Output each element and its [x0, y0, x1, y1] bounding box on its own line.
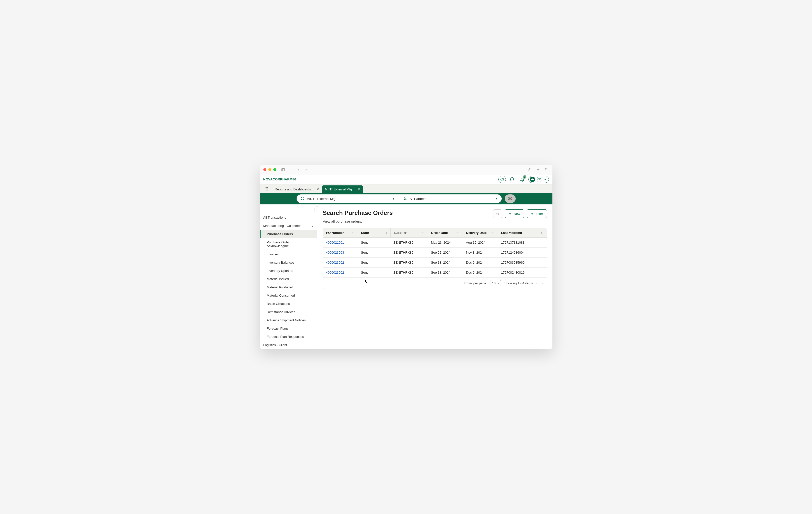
context-bar: MINT - External Mfg ▼ All Partners ▼ GO: [260, 193, 552, 204]
scope-selector[interactable]: MINT - External Mfg ▼: [297, 194, 399, 203]
purchase-orders-table: PO Number↑↓ State↑↓ Supplier↑↓ Order Dat…: [323, 228, 547, 289]
new-tab-icon[interactable]: [536, 168, 541, 172]
nav-inventory-balances[interactable]: Inventory Balances: [260, 259, 317, 267]
help-icon[interactable]: [498, 176, 506, 183]
tab-strip: Reports and Dashboards × MINT External M…: [260, 184, 552, 193]
table-header: PO Number↑↓ State↑↓ Supplier↑↓ Order Dat…: [323, 228, 547, 238]
col-supplier[interactable]: Supplier↑↓: [390, 228, 428, 237]
cell-order-date: Sep 18, 2024: [428, 258, 463, 267]
table-row: 4000023002SentZENITHRX86Sep 18, 2024Dec …: [323, 268, 547, 277]
nav-shipment-notices[interactable]: Advance Shipment Notices: [260, 316, 317, 324]
nav-group-all-transactions[interactable]: All Transactions ›: [260, 213, 317, 222]
col-last-modified[interactable]: Last Modified↑↓: [498, 228, 547, 237]
svg-point-11: [266, 187, 267, 188]
po-number-link[interactable]: 4000021001: [323, 238, 358, 247]
partner-selector[interactable]: All Partners ▼: [399, 194, 502, 203]
cell-order-date: Sep 18, 2024: [428, 268, 463, 277]
nav-group-logistics[interactable]: Logistics - Client ›: [260, 341, 317, 349]
scope-label: MINT - External Mfg: [307, 197, 336, 201]
go-button[interactable]: GO: [505, 194, 516, 203]
col-state[interactable]: State↑↓: [358, 228, 390, 237]
chevron-right-icon: ›: [313, 216, 314, 219]
chevron-down-icon: ⌄: [497, 282, 499, 284]
partner-label: All Partners: [410, 197, 426, 201]
nav-purchase-orders[interactable]: Purchase Orders: [260, 230, 317, 238]
sidebar-toggle-icon[interactable]: [281, 168, 285, 172]
cloud-icon: [530, 177, 535, 182]
apps-grid-icon[interactable]: [264, 187, 268, 191]
cell-state: Sent: [358, 238, 390, 247]
forward-button[interactable]: [304, 168, 308, 172]
nav-forecast-responses[interactable]: Forecast Plan Responses: [260, 333, 317, 341]
svg-point-17: [266, 190, 267, 190]
filter-icon: [530, 212, 534, 215]
dropdown-arrow-icon: ▼: [393, 198, 395, 200]
close-window-button[interactable]: [263, 168, 266, 171]
tab-label: Reports and Dashboards: [275, 187, 311, 191]
close-icon[interactable]: ×: [317, 187, 319, 191]
new-button[interactable]: New: [505, 209, 524, 218]
svg-point-14: [266, 189, 267, 189]
cell-supplier: ZENITHRX86: [390, 248, 428, 258]
cell-state: Sent: [358, 268, 390, 277]
nav-material-issued[interactable]: Material Issued: [260, 275, 317, 283]
bell-icon[interactable]: 3: [518, 176, 526, 183]
nav-batch-creations[interactable]: Batch Creations: [260, 300, 317, 308]
headset-icon[interactable]: [509, 176, 516, 183]
plus-icon: [509, 212, 512, 215]
svg-point-23: [404, 198, 405, 199]
nav-material-produced[interactable]: Material Produced: [260, 283, 317, 291]
tab-reports[interactable]: Reports and Dashboards ×: [272, 185, 322, 193]
chevron-down-icon: ⌄: [311, 224, 314, 228]
next-page-button[interactable]: ›: [542, 281, 543, 285]
cell-delivery-date: Dec 6, 2024: [463, 268, 498, 277]
tabs-overview-icon[interactable]: [544, 168, 549, 172]
cell-order-date: Sep 22, 2024: [428, 248, 463, 258]
po-number-link[interactable]: 4000023002: [323, 268, 358, 277]
col-order-date[interactable]: Order Date↑↓: [428, 228, 463, 237]
partners-icon: [403, 196, 407, 201]
filter-button[interactable]: Filter: [527, 209, 547, 218]
po-number-link[interactable]: 4000023002: [323, 258, 358, 267]
context-selector-group: MINT - External Mfg ▼ All Partners ▼: [297, 194, 502, 203]
col-po-number[interactable]: PO Number↑↓: [323, 228, 358, 237]
nav-label: Logistics - Client: [263, 343, 287, 347]
tab-label: MINT External Mfg: [325, 187, 352, 191]
titlebar: [260, 165, 552, 174]
table-body: 4000021001SentZENITHRX86May 23, 2024Aug …: [323, 238, 547, 277]
nav-remittance[interactable]: Remittance Advices: [260, 308, 317, 316]
nav-po-ack[interactable]: Purchase Order Acknowledgme…: [260, 238, 317, 250]
tab-mint-external[interactable]: MINT External Mfg ×: [322, 185, 363, 193]
svg-point-12: [267, 187, 268, 188]
po-number-link[interactable]: 4000023003: [323, 248, 358, 258]
nav-forecast-plans[interactable]: Forecast Plans: [260, 324, 317, 333]
minimize-window-button[interactable]: [268, 168, 271, 171]
chevron-down-icon[interactable]: [288, 168, 291, 172]
trash-icon: [496, 212, 499, 215]
nav-material-consumed[interactable]: Material Consumed: [260, 291, 317, 300]
close-icon[interactable]: ×: [358, 187, 360, 191]
app-header: NOVACORPHARM86 3 OB: [260, 174, 552, 184]
cell-delivery-date: Nov 3, 2024: [463, 248, 498, 258]
window-traffic-lights: [263, 168, 276, 171]
rows-per-page-select[interactable]: 10 ⌄: [490, 280, 501, 286]
page-title: Search Purchase Orders: [323, 209, 393, 216]
nav-inventory-updates[interactable]: Inventory Updates: [260, 267, 317, 275]
pagination-nav: ‹ ›: [536, 281, 543, 285]
chevron-down-icon: [544, 178, 547, 181]
svg-point-7: [502, 180, 502, 180]
cell-state: Sent: [358, 258, 390, 267]
nav-group-manufacturing[interactable]: Manufacturing - Customer ⌄: [260, 222, 317, 230]
table-footer: Rows per page 10 ⌄ Showing 1 - 4 items ‹…: [323, 277, 547, 289]
table-row: 4000023002SentZENITHRX86Sep 18, 2024Dec …: [323, 258, 547, 268]
cell-state: Sent: [358, 248, 390, 258]
delete-button[interactable]: [493, 209, 502, 218]
prev-page-button[interactable]: ‹: [536, 281, 538, 285]
user-menu[interactable]: OB: [528, 176, 549, 183]
col-delivery-date[interactable]: Delivery Date↑↓: [463, 228, 498, 237]
share-icon[interactable]: [527, 168, 532, 172]
maximize-window-button[interactable]: [273, 168, 276, 171]
back-button[interactable]: [296, 168, 301, 172]
nav-invoices[interactable]: Invoices: [260, 250, 317, 259]
app-window: NOVACORPHARM86 3 OB: [260, 165, 552, 349]
